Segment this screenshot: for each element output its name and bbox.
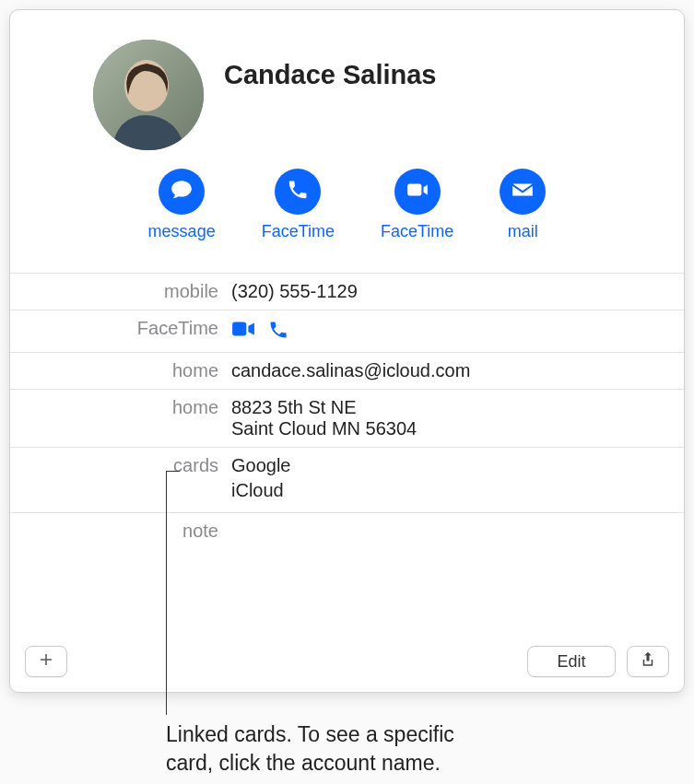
facetime-row[interactable]: FaceTime <box>10 310 684 352</box>
avatar[interactable] <box>93 40 204 150</box>
video-icon <box>406 178 429 205</box>
facetime-video-label: FaceTime <box>381 222 453 241</box>
edit-label: Edit <box>557 652 585 672</box>
address-row[interactable]: home 8823 5th St NE Saint Cloud MN 56304 <box>10 390 684 447</box>
callout-tick <box>166 471 180 472</box>
card-link-icloud[interactable]: iCloud <box>231 480 665 501</box>
contact-card-window: Candace Salinas message FaceTime <box>9 9 685 693</box>
address-line2: Saint Cloud MN 56304 <box>231 418 665 439</box>
card-link-google[interactable]: Google <box>231 455 665 476</box>
mobile-value: (320) 555-1129 <box>231 281 665 302</box>
fields-section: mobile (320) 555-1129 FaceTime home cand… <box>10 273 684 513</box>
mobile-label: mobile <box>10 281 231 302</box>
callout-line <box>166 471 167 715</box>
add-button[interactable] <box>25 646 67 677</box>
caption-line1: Linked cards. To see a specific <box>166 722 454 746</box>
mail-label: mail <box>508 222 538 241</box>
note-row[interactable]: note <box>10 513 684 549</box>
mail-button[interactable]: mail <box>500 169 546 241</box>
email-value: candace.salinas@icloud.com <box>231 360 665 381</box>
caption-text: Linked cards. To see a specific card, cl… <box>166 720 571 778</box>
message-label: message <box>148 222 216 241</box>
facetime-audio-button[interactable]: FaceTime <box>262 169 335 241</box>
contact-name: Candace Salinas <box>224 60 437 90</box>
video-icon[interactable] <box>231 320 255 345</box>
caption-line2: card, click the account name. <box>166 751 441 775</box>
phone-icon[interactable] <box>268 320 288 345</box>
message-icon <box>170 178 194 205</box>
mobile-row[interactable]: mobile (320) 555-1129 <box>10 274 684 310</box>
email-label: home <box>10 360 231 381</box>
share-icon <box>640 650 656 673</box>
cards-label: cards <box>10 455 231 476</box>
facetime-label: FaceTime <box>10 318 231 339</box>
contact-header: Candace Salinas <box>10 10 684 161</box>
plus-icon <box>38 649 54 673</box>
facetime-audio-label: FaceTime <box>262 222 335 241</box>
edit-button[interactable]: Edit <box>527 646 616 677</box>
action-row: message FaceTime FaceTime <box>10 161 684 265</box>
mail-icon <box>511 178 535 205</box>
address-line1: 8823 5th St NE <box>231 397 665 418</box>
cards-row: cards Google iCloud <box>10 448 684 512</box>
share-button[interactable] <box>627 646 669 677</box>
address-label: home <box>10 397 231 418</box>
phone-icon <box>287 179 309 205</box>
email-row[interactable]: home candace.salinas@icloud.com <box>10 353 684 389</box>
message-button[interactable]: message <box>148 169 216 241</box>
bottom-bar: Edit <box>10 640 684 692</box>
note-label: note <box>10 521 231 542</box>
facetime-video-button[interactable]: FaceTime <box>381 169 453 241</box>
svg-rect-2 <box>232 322 246 335</box>
